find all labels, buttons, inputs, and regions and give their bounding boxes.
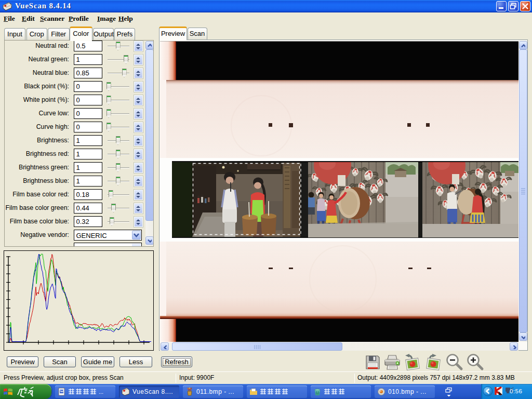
svg-text:...: ... — [99, 389, 103, 395]
